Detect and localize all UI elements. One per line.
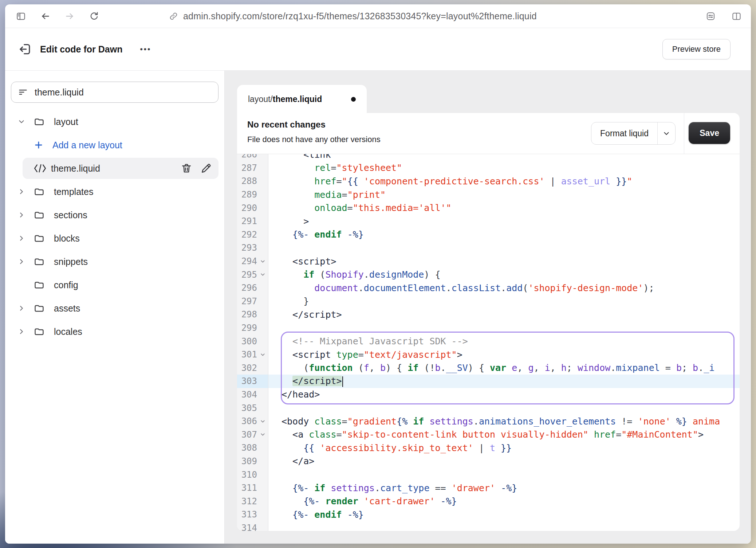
file-search[interactable] <box>11 82 218 103</box>
status-title: No recent changes <box>247 120 326 130</box>
line-number: 304 <box>237 390 257 400</box>
save-button[interactable]: Save <box>689 122 730 144</box>
line-number: 300 <box>237 336 257 347</box>
app-header: Edit code for Dawn ••• Preview store <box>5 28 751 71</box>
gutter: 301 <box>237 348 268 361</box>
exit-editor-button[interactable] <box>17 41 34 57</box>
trash-icon[interactable] <box>181 163 192 174</box>
code-line-304[interactable]: 304</head> <box>237 388 740 402</box>
code-line-292[interactable]: 292{%- endif -%} <box>237 228 740 242</box>
gutter: 287 <box>237 161 268 175</box>
code-line-310[interactable]: 310 <box>237 468 740 481</box>
sidebar-item-add-a-new-layout[interactable]: Add a new layout <box>5 133 224 157</box>
pencil-icon[interactable] <box>200 163 212 174</box>
sidebar-item-blocks[interactable]: blocks <box>5 227 224 250</box>
line-number: 313 <box>237 509 257 520</box>
sidebar-item-layout[interactable]: layout <box>5 110 224 133</box>
sidebar-item-templates[interactable]: templates <box>5 180 224 203</box>
gutter: 309 <box>237 455 268 468</box>
fold-chevron-icon[interactable] <box>257 271 268 278</box>
code-line-287[interactable]: 287rel="stylesheet" <box>237 161 740 175</box>
code-line-295[interactable]: 295if (Shopify.designMode) { <box>237 268 740 281</box>
url-text: admin.shopify.com/store/rzq1xu-f5/themes… <box>183 11 537 21</box>
line-number: 290 <box>237 203 257 213</box>
code-text: {{ 'accessibility.skip_to_text' | t }} <box>268 443 512 453</box>
fold-chevron-icon[interactable] <box>257 258 268 265</box>
sidebar-item-snippets[interactable]: snippets <box>5 250 224 273</box>
code-line-311[interactable]: 311{%- if settings.cart_type == 'drawer'… <box>237 481 740 495</box>
line-number: 297 <box>237 296 257 306</box>
sidebar-panel-icon[interactable] <box>16 11 26 21</box>
gutter: 298 <box>237 308 268 321</box>
chevron-down-icon[interactable] <box>657 122 675 144</box>
address-bar[interactable]: admin.shopify.com/store/rzq1xu-f5/themes… <box>169 4 537 28</box>
code-line-303[interactable]: 303</script> <box>237 375 740 388</box>
chevron-down-icon[interactable] <box>17 118 34 126</box>
sidebar-item-assets[interactable]: assets <box>5 297 224 320</box>
sidebar-item-theme-liquid[interactable]: theme.liquid <box>23 158 218 179</box>
code-line-309[interactable]: 309</a> <box>237 455 740 468</box>
code-line-294[interactable]: 294<script> <box>237 255 740 268</box>
gutter: 302 <box>237 361 268 375</box>
fold-chevron-icon[interactable] <box>257 418 268 424</box>
code-line-288[interactable]: 288href="{{ 'component-predictive-search… <box>237 175 740 188</box>
code-line-296[interactable]: 296document.documentElement.classList.ad… <box>237 281 740 295</box>
file-tree: layoutAdd a new layout theme.liquid temp… <box>5 110 224 343</box>
code-line-314[interactable]: 314 <box>237 521 740 531</box>
split-view-icon[interactable] <box>732 11 741 21</box>
preview-store-button[interactable]: Preview store <box>662 39 731 59</box>
format-liquid-button[interactable]: Format liquid <box>591 122 676 145</box>
back-icon[interactable] <box>40 11 50 21</box>
plus-icon <box>34 140 48 150</box>
more-actions-button[interactable]: ••• <box>140 45 151 54</box>
code-line-300[interactable]: 300<!-- Mixpanel Javascript SDK --> <box>237 334 740 348</box>
page-settings-icon[interactable] <box>706 11 716 21</box>
code-line-290[interactable]: 290onload="this.media='all'" <box>237 201 740 215</box>
code-line-312[interactable]: 312{%- render 'cart-drawer' -%} <box>237 494 740 508</box>
code-line-291[interactable]: 291> <box>237 215 740 228</box>
gutter: 290 <box>237 201 268 215</box>
page-title: Edit code for Dawn <box>40 44 122 55</box>
code-line-299[interactable]: 299 <box>237 321 740 335</box>
tab-file-name: theme.liquid <box>273 94 322 104</box>
sidebar-item-label: templates <box>54 187 93 197</box>
chevron-right-icon[interactable] <box>17 188 34 196</box>
sidebar-item-sections[interactable]: sections <box>5 203 224 227</box>
code-line-301[interactable]: 301<script type="text/javascript"> <box>237 348 740 361</box>
code-editor[interactable]: 286<link287rel="stylesheet"288href="{{ '… <box>237 154 740 531</box>
code-line-305[interactable]: 305 <box>237 401 740 415</box>
chevron-right-icon[interactable] <box>17 234 34 242</box>
code-line-289[interactable]: 289media="print" <box>237 188 740 201</box>
search-input[interactable] <box>34 87 212 98</box>
code-line-298[interactable]: 298</script> <box>237 308 740 321</box>
folder-icon <box>34 186 50 197</box>
code-text: media="print" <box>268 189 386 200</box>
tab-theme-liquid[interactable]: layout/theme.liquid <box>237 85 367 113</box>
chevron-right-icon[interactable] <box>17 258 34 266</box>
reload-icon[interactable] <box>89 11 99 21</box>
code-line-302[interactable]: 302(function (f, b) { if (!b.__SV) { var… <box>237 361 740 375</box>
code-line-293[interactable]: 293 <box>237 241 740 255</box>
text-cursor <box>342 376 343 387</box>
code-line-313[interactable]: 313{%- endif -%} <box>237 508 740 521</box>
sidebar-item-config[interactable]: config <box>5 273 224 297</box>
code-line-286[interactable]: 286<link <box>237 154 740 161</box>
line-number: 305 <box>237 403 257 413</box>
gutter: 296 <box>237 281 268 295</box>
sidebar-item-locales[interactable]: locales <box>5 320 224 343</box>
forward-icon[interactable] <box>65 11 75 21</box>
fold-chevron-icon[interactable] <box>257 352 268 358</box>
folder-icon <box>34 256 50 267</box>
line-number: 296 <box>237 283 257 293</box>
sidebar-item-label: assets <box>54 303 80 314</box>
chevron-right-icon[interactable] <box>17 304 34 312</box>
gutter: 291 <box>237 215 268 228</box>
code-line-308[interactable]: 308{{ 'accessibility.skip_to_text' | t }… <box>237 441 740 455</box>
line-number: 295 <box>237 270 257 280</box>
fold-chevron-icon[interactable] <box>257 431 268 438</box>
chevron-right-icon[interactable] <box>17 211 34 219</box>
chevron-right-icon[interactable] <box>17 328 34 336</box>
code-line-306[interactable]: 306<body class="gradient{% if settings.a… <box>237 415 740 428</box>
code-line-297[interactable]: 297} <box>237 295 740 308</box>
code-line-307[interactable]: 307<a class="skip-to-content-link button… <box>237 428 740 441</box>
